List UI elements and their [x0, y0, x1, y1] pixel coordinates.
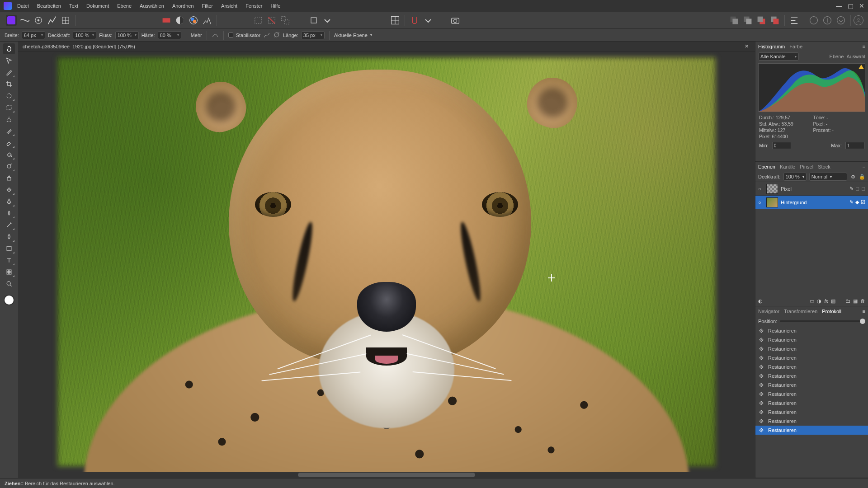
- move-tool[interactable]: [3, 55, 15, 66]
- deselect-icon[interactable]: [266, 15, 277, 26]
- layer-name[interactable]: Pixel: [781, 186, 847, 192]
- live-filter-icon[interactable]: ▨: [831, 298, 835, 304]
- opacity-field[interactable]: 100 %▾: [73, 31, 96, 39]
- order-back-icon[interactable]: [729, 15, 740, 26]
- snap-dropdown-icon[interactable]: [423, 15, 434, 26]
- grid-icon[interactable]: [390, 15, 401, 26]
- panel-menu-icon[interactable]: ≡: [863, 44, 865, 49]
- delete-layer-icon[interactable]: 🗑: [860, 298, 865, 304]
- layer-gear-icon[interactable]: ⚙: [850, 174, 856, 180]
- history-entry[interactable]: Restaurieren: [755, 399, 868, 408]
- fill-tool[interactable]: [3, 149, 15, 160]
- fx-icon[interactable]: ✎: [849, 186, 854, 192]
- order-forward-icon[interactable]: [756, 15, 767, 26]
- blend-mode-select[interactable]: Normal▾: [809, 173, 847, 181]
- pen-tool[interactable]: [3, 196, 15, 207]
- menu-text[interactable]: Text: [69, 3, 78, 9]
- menu-select[interactable]: Auswählen: [140, 3, 164, 9]
- cloud-new-icon[interactable]: [808, 15, 819, 26]
- tab-transformieren[interactable]: Transformieren: [784, 309, 817, 314]
- adjustment-layer-icon[interactable]: ◑: [817, 298, 821, 304]
- order-front-icon[interactable]: [769, 15, 780, 26]
- crop-tool[interactable]: [3, 79, 15, 89]
- menu-file[interactable]: Datei: [17, 3, 29, 9]
- width-field[interactable]: 64 px▾: [22, 31, 45, 39]
- history-position-slider[interactable]: [780, 320, 865, 322]
- flow-field[interactable]: 100 %▾: [115, 31, 139, 39]
- check-icon[interactable]: ☑: [861, 199, 865, 205]
- hardness-field[interactable]: 80 %▾: [158, 31, 181, 39]
- retouch-tool[interactable]: [3, 220, 15, 230]
- menu-help[interactable]: Hilfe: [270, 3, 280, 9]
- shape-tool[interactable]: [3, 243, 15, 254]
- current-layer-select[interactable]: Aktuelle Ebene▾: [334, 33, 372, 38]
- tab-navigator[interactable]: Navigator: [758, 309, 779, 314]
- invert-select-icon[interactable]: [280, 15, 291, 26]
- tab-farbe[interactable]: Farbe: [789, 44, 802, 49]
- blur-tool[interactable]: [3, 231, 15, 242]
- history-entry[interactable]: Restaurieren: [755, 371, 868, 380]
- window-mode-icon[interactable]: [273, 31, 280, 39]
- fx-icon[interactable]: ✎: [849, 199, 854, 205]
- rope-mode-icon[interactable]: [263, 31, 270, 39]
- zoom-tool[interactable]: [3, 278, 15, 289]
- layer-row-pixel[interactable]: ○ Pixel ✎◻◻: [755, 182, 868, 195]
- erase-tool[interactable]: [3, 137, 15, 148]
- flood-select-tool[interactable]: [3, 114, 15, 125]
- tab-ebenen[interactable]: Ebenen: [758, 164, 775, 169]
- scope-selection-button[interactable]: Auswahl: [846, 54, 865, 59]
- history-entry[interactable]: Restaurieren: [755, 380, 868, 389]
- crop-dropdown-icon[interactable]: [322, 15, 333, 26]
- account-icon[interactable]: [854, 15, 863, 25]
- history-entry[interactable]: Restaurieren: [755, 335, 868, 344]
- history-entry[interactable]: Restaurieren: [755, 426, 868, 435]
- hand-tool[interactable]: [3, 43, 15, 54]
- menu-layer[interactable]: Ebene: [117, 3, 132, 9]
- camera-icon[interactable]: [450, 15, 461, 26]
- text-tool[interactable]: [3, 255, 15, 266]
- history-entry[interactable]: Restaurieren: [755, 344, 868, 353]
- maximize-icon[interactable]: ▢: [848, 2, 854, 9]
- history-entry[interactable]: Restaurieren: [755, 353, 868, 362]
- channel-select[interactable]: Alle Kanäle▾: [758, 52, 799, 61]
- order-backward-icon[interactable]: [742, 15, 753, 26]
- layer-opacity-field[interactable]: 100 %▾: [783, 173, 807, 181]
- selection-brush-tool[interactable]: [3, 90, 15, 101]
- dodge-tool[interactable]: [3, 161, 15, 172]
- menu-window[interactable]: Fenster: [245, 3, 262, 9]
- canvas[interactable]: [57, 57, 716, 466]
- panel-menu-icon[interactable]: ≡: [863, 309, 865, 314]
- mask-layer-icon[interactable]: ◐: [758, 298, 763, 304]
- marquee-tool[interactable]: [3, 102, 15, 113]
- fx-layer-icon[interactable]: fx: [824, 298, 828, 304]
- persona-export-icon[interactable]: [60, 15, 71, 26]
- minimize-icon[interactable]: —: [836, 2, 842, 9]
- autocontrast-icon[interactable]: [175, 15, 185, 26]
- select-all-icon[interactable]: [253, 15, 264, 26]
- length-field[interactable]: 35 px▾: [301, 31, 325, 39]
- link-icon[interactable]: ◆: [855, 199, 859, 205]
- min-field[interactable]: [772, 142, 791, 149]
- canvas-viewport[interactable]: [18, 52, 755, 472]
- clone-tool[interactable]: [3, 173, 15, 183]
- panel-menu-icon[interactable]: ≡: [863, 164, 865, 169]
- menu-view[interactable]: Ansicht: [221, 3, 237, 9]
- history-entry[interactable]: Restaurieren: [755, 408, 868, 417]
- autocolor-icon[interactable]: [161, 15, 172, 26]
- history-entry[interactable]: Restaurieren: [755, 326, 868, 335]
- cloud-open-icon[interactable]: [822, 15, 833, 26]
- smudge-tool[interactable]: [3, 208, 15, 219]
- layer-name[interactable]: Hintergrund: [781, 200, 847, 205]
- visibility-icon[interactable]: ○: [758, 186, 764, 192]
- autowhite-icon[interactable]: [188, 15, 199, 26]
- snap-icon[interactable]: [409, 15, 420, 26]
- add-layer-icon[interactable]: ▦: [853, 298, 858, 304]
- lock-icon[interactable]: ◻: [855, 186, 859, 192]
- persona-liquify-icon[interactable]: [19, 15, 30, 26]
- more-button[interactable]: Mehr: [191, 33, 202, 38]
- max-field[interactable]: [845, 142, 864, 149]
- crop-mode-icon[interactable]: [308, 15, 319, 26]
- horizontal-scrollbar[interactable]: [18, 472, 755, 478]
- history-entry[interactable]: Restaurieren: [755, 362, 868, 371]
- persona-tonemap-icon[interactable]: [47, 15, 57, 26]
